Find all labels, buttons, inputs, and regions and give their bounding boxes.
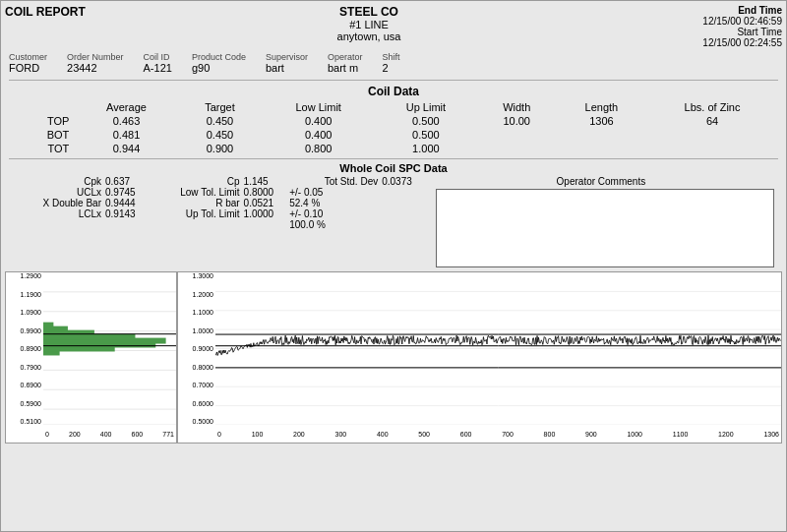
lclx-value: 0.9143 <box>105 208 136 219</box>
row-target: 0.450 <box>178 128 263 142</box>
cpk-label: Cpk <box>13 176 101 187</box>
end-time-label: End Time <box>635 5 782 16</box>
row-low-limit: 0.800 <box>262 142 375 155</box>
up-tol-label: Up Tol. Limit <box>151 208 240 219</box>
uclx-value: 0.9745 <box>105 187 136 198</box>
x-axis-label: 600 <box>132 431 144 438</box>
x-axis-label: 0 <box>45 431 49 438</box>
x-axis-label: 300 <box>334 431 346 438</box>
x-axis-label: 200 <box>293 431 305 438</box>
row-width <box>477 128 557 142</box>
coil-data-header-row: Average Target Low Limit Up Limit Width … <box>9 100 778 114</box>
y-axis-label: 0.8000 <box>193 364 213 371</box>
pm05-row: +/- 0.05 <box>289 187 412 198</box>
order-number-label: Order Number <box>67 52 124 62</box>
row-lbs-zinc <box>646 128 778 142</box>
col-up-limit: Up Limit <box>375 100 477 114</box>
row-low-limit: 0.400 <box>262 114 375 128</box>
operator-comments-box[interactable] <box>436 189 774 267</box>
cpk-value: 0.637 <box>105 176 130 187</box>
tot-std-dev-row: Tot Std. Dev 0.0373 <box>289 176 412 187</box>
charts-area: 1.29001.19001.09000.99000.89000.79000.69… <box>5 271 782 443</box>
row-up-limit: 1.000 <box>375 142 477 155</box>
x-axis-label: 400 <box>377 431 389 438</box>
coil-id-item: Coil ID A-121 <box>144 52 172 74</box>
order-number-value: 23442 <box>67 62 124 74</box>
shift-item: Shift 2 <box>383 52 400 74</box>
header: COIL REPORT STEEL CO #1 LINE anytown, us… <box>5 5 782 48</box>
low-tol-label: Low Tol. Limit <box>151 187 240 198</box>
tot-std-dev-label: Tot Std. Dev <box>289 176 378 187</box>
info-row: Customer FORD Order Number 23442 Coil ID… <box>5 52 782 74</box>
x-axis-label: 1000 <box>627 431 642 438</box>
lclx-label: LCLx <box>13 208 101 219</box>
y-axis-label: 1.2900 <box>21 272 41 279</box>
row-width: 10.00 <box>477 114 557 128</box>
x-axis-label: 771 <box>162 431 174 438</box>
cp-value: 1.145 <box>244 176 269 187</box>
row-average: 0.481 <box>75 128 177 142</box>
shift-label: Shift <box>383 52 400 62</box>
coil-id-value: A-121 <box>144 62 172 74</box>
supervisor-item: Supervisor bart <box>266 52 308 74</box>
pct100-value: 100.0 % <box>289 219 326 230</box>
lclx-row: LCLx 0.9143 <box>13 208 136 219</box>
y-axis-label: 1.2000 <box>193 291 213 298</box>
spc-section: Whole Coil SPC Data Cpk 0.637 UCLx 0.974… <box>5 162 782 267</box>
x-axis-label: 200 <box>69 431 81 438</box>
operator-comments-label: Operator Comments <box>428 176 774 187</box>
product-code-value: g90 <box>192 62 246 74</box>
row-average: 0.944 <box>75 142 177 155</box>
spc-block: Cpk 0.637 UCLx 0.9745 X Double Bar 0.944… <box>5 176 782 267</box>
location: anytown, usa <box>103 30 635 42</box>
pm05-value: +/- 0.05 <box>289 187 323 198</box>
up-tol-row: Up Tol. Limit 1.0000 <box>151 208 274 219</box>
uclx-row: UCLx 0.9745 <box>13 187 136 198</box>
x-axis-label: 100 <box>252 431 264 438</box>
y-axis-label: 0.5100 <box>21 418 41 425</box>
row-label: TOP <box>9 114 75 128</box>
row-length: 1306 <box>557 114 646 128</box>
supervisor-value: bart <box>266 62 308 74</box>
r-bar-row: R bar 0.0521 <box>151 198 274 208</box>
customer-value: FORD <box>9 62 47 74</box>
col-lbs-zinc: Lbs. of Zinc <box>646 100 778 114</box>
cpk-row: Cpk 0.637 <box>13 176 136 187</box>
coil-data-table: Average Target Low Limit Up Limit Width … <box>9 100 778 155</box>
xdoublebar-row: X Double Bar 0.9444 <box>13 198 136 208</box>
operator-comments-area: Operator Comments <box>428 176 774 267</box>
x-axis-label: 1306 <box>763 431 779 438</box>
divider-2 <box>9 158 778 159</box>
customer-item: Customer FORD <box>9 52 47 74</box>
row-label: TOT <box>9 142 75 155</box>
start-time-label: Start Time <box>635 27 782 37</box>
header-center: STEEL CO #1 LINE anytown, usa <box>103 5 635 42</box>
x-axis-label: 700 <box>502 431 514 438</box>
y-axis-label: 0.9000 <box>193 345 213 352</box>
operator-label: Operator <box>328 52 363 62</box>
coil-data-title: Coil Data <box>9 85 778 98</box>
end-time: 12/15/00 02:46:59 <box>635 16 782 27</box>
company-name: STEEL CO <box>103 5 635 19</box>
row-length <box>557 142 646 155</box>
divider-1 <box>9 80 778 81</box>
uclx-label: UCLx <box>13 187 101 198</box>
x-axis-label: 1100 <box>673 431 689 438</box>
up-tol-value: 1.0000 <box>244 208 274 219</box>
x-axis-label: 0 <box>217 431 221 438</box>
header-right: End Time 12/15/00 02:46:59 Start Time 12… <box>635 5 782 48</box>
row-low-limit: 0.400 <box>262 128 375 142</box>
pm10-row: +/- 0.10 <box>289 208 412 219</box>
cp-label: Cp <box>151 176 240 187</box>
x-axis-label: 1200 <box>718 431 734 438</box>
x-axis-label: 400 <box>100 431 112 438</box>
y-axis-label: 0.8900 <box>21 345 41 352</box>
cp-row: Cp 1.145 <box>151 176 274 187</box>
col-average: Average <box>75 100 177 114</box>
spc-col-middle: Cp 1.145 Low Tol. Limit 0.8000 R bar 0.0… <box>151 176 274 267</box>
line: #1 LINE <box>103 19 635 30</box>
row-up-limit: 0.500 <box>375 114 477 128</box>
y-axis-label: 1.0900 <box>21 309 41 316</box>
main-container: COIL REPORT STEEL CO #1 LINE anytown, us… <box>0 0 787 532</box>
pct52-row: 52.4 % <box>289 198 412 208</box>
